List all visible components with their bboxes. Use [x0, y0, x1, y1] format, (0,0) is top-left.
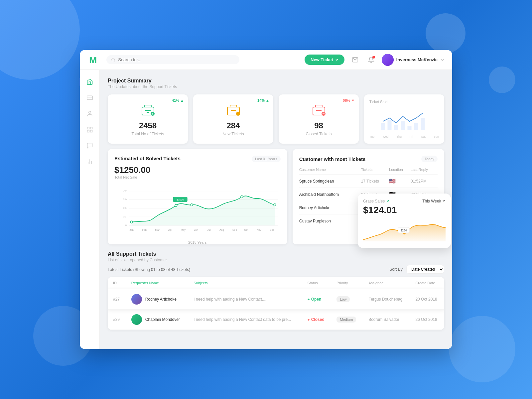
year-label: 2018 Years	[114, 240, 281, 244]
svg-text:Nov: Nov	[257, 228, 261, 231]
col-last-reply: Last Reply	[411, 166, 438, 175]
col-priority: Priority	[331, 277, 363, 289]
header-right: New Ticket Inverness McKe	[305, 54, 444, 66]
grass-trend-icon: ↗	[386, 199, 389, 203]
chart-amount: $1250.00	[114, 165, 281, 175]
status-open: Open	[308, 297, 326, 302]
grass-chevron-icon	[442, 199, 446, 202]
sidebar-item-messages[interactable]	[83, 139, 96, 152]
stat-label-closed: Closed Tickets	[284, 132, 353, 136]
chart-title-group: Estimated of Solved Tickets	[114, 156, 181, 161]
priority-badge: Medium	[336, 317, 356, 323]
sidebar-item-analytics[interactable]	[83, 155, 96, 168]
stat-icon-closed	[311, 102, 327, 118]
requester-avatar	[131, 294, 142, 305]
tickets-table: ID Requester Name Subjects Status Priori…	[108, 277, 444, 330]
chart-filter-button[interactable]: Last 01 Years	[252, 156, 281, 162]
tickets-title: All Support Tickets	[108, 251, 167, 257]
mail-icon	[352, 57, 358, 63]
svg-text:M: M	[89, 55, 97, 65]
ticket-requester: Rodney Artichoke	[126, 289, 189, 310]
ticket-subject: I need help with aading a New Contact...…	[188, 289, 302, 310]
col-tickets: Tickets	[361, 166, 389, 175]
sort-select[interactable]: Date Created	[406, 265, 444, 274]
svg-text:Jul: Jul	[207, 228, 210, 231]
svg-text:$: $	[152, 113, 153, 116]
grass-sales-header: Grass Sales ↗ This Week	[363, 199, 446, 203]
svg-rect-10	[90, 130, 92, 132]
stat-value-new: 284	[199, 121, 268, 130]
customer-reply: 01:52PM	[411, 175, 438, 188]
notification-icon-button[interactable]	[366, 55, 376, 65]
home-icon	[86, 78, 93, 85]
customer-flag: 🇺🇸	[389, 175, 411, 188]
table-row: #27 Rodney Artichoke I need help with aa…	[108, 289, 444, 310]
app-window: M New Ticket	[80, 50, 452, 349]
grid-icon	[86, 126, 93, 133]
new-ticket-button[interactable]: New Ticket	[305, 55, 344, 65]
avatar	[382, 54, 394, 66]
mail-icon-button[interactable]	[350, 55, 360, 65]
user-name: Inverness McKenzie	[396, 57, 438, 62]
stat-icon-total: $	[140, 102, 156, 118]
svg-text:5k: 5k	[123, 215, 126, 218]
sidebar-item-reports[interactable]	[83, 123, 96, 136]
stat-badge-total: 41% ▲	[172, 98, 184, 102]
message-icon	[86, 142, 93, 149]
user-menu[interactable]: Inverness McKenzie	[382, 54, 444, 66]
grass-sales-period[interactable]: This Week	[422, 199, 446, 203]
ticket-status: Open	[302, 289, 332, 310]
svg-text:Apr: Apr	[168, 228, 172, 231]
stat-card-new: 14% ▲ + 284 New Tickets	[193, 94, 273, 144]
customer-name: Rodney Artichoke	[299, 201, 361, 214]
sidebar-item-contacts[interactable]	[83, 107, 96, 120]
col-requester: Requester Name	[126, 277, 189, 289]
search-input[interactable]	[118, 57, 235, 62]
sidebar-item-tickets[interactable]	[83, 91, 96, 104]
svg-text:Dec: Dec	[270, 228, 274, 231]
svg-rect-4	[87, 96, 92, 100]
header: M New Ticket	[80, 50, 452, 70]
chart-title: Estimated of Solved Tickets	[114, 156, 181, 161]
svg-text:10k: 10k	[123, 206, 127, 209]
svg-rect-30	[401, 121, 405, 130]
col-status: Status	[302, 277, 332, 289]
tickets-header: All Support Tickets List of ticket opene…	[108, 251, 444, 262]
chart-header: Estimated of Solved Tickets Last 01 Year…	[114, 156, 281, 162]
col-assignee: Assignee	[363, 277, 410, 289]
svg-text:$254: $254	[401, 229, 407, 232]
ticket-assignee: Bodrum Salvador	[363, 310, 410, 330]
requester-name: Rodney Artichoke	[145, 297, 177, 302]
customers-filter-button[interactable]: Today	[421, 156, 438, 162]
chevron-down-icon	[335, 58, 338, 62]
search-bar[interactable]	[106, 55, 239, 64]
ticket-icon	[86, 94, 93, 101]
bar-chart-icon	[86, 158, 93, 165]
stat-label-new: New Tickets	[199, 132, 268, 136]
svg-rect-7	[87, 127, 89, 129]
grass-sales-chart: $254	[363, 218, 446, 243]
customer-name: Gustav Purpleson	[299, 214, 361, 228]
svg-text:0: 0	[125, 224, 127, 227]
svg-text:20k: 20k	[123, 189, 127, 192]
svg-rect-29	[394, 125, 398, 130]
requester-avatar	[131, 314, 142, 325]
grass-sales-amount: $124.01	[363, 205, 446, 215]
svg-text:15k: 15k	[123, 198, 127, 201]
ticket-subject: I need help with aading a New Contact da…	[188, 310, 302, 330]
svg-text:Jun: Jun	[194, 228, 198, 231]
svg-line-2	[114, 61, 115, 61]
project-summary-title: Project Summary	[108, 78, 444, 84]
customer-name: Spruce Springclean	[299, 175, 361, 188]
sidebar-item-home[interactable]	[83, 75, 96, 88]
svg-rect-32	[414, 123, 418, 130]
svg-text:Sep: Sep	[232, 228, 237, 231]
chart-sublabel: Total Net Sale	[114, 175, 281, 179]
stat-badge-closed: 08% ▼	[343, 98, 355, 102]
svg-text:+: +	[237, 113, 238, 115]
ticket-sold-label: Ticket Sold	[369, 100, 439, 104]
stat-badge-new: 14% ▲	[257, 98, 269, 102]
stat-card-ticket-sold: Ticket Sold	[364, 94, 444, 144]
tickets-table-wrap: ID Requester Name Subjects Status Priori…	[108, 277, 444, 330]
tickets-sub-header: Latest Tickets (Showing 01 to 08 of 48 T…	[108, 265, 444, 274]
